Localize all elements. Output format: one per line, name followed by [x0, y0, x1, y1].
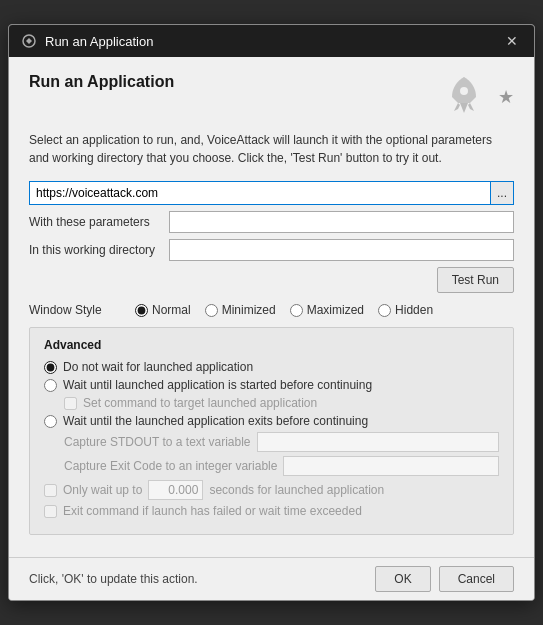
footer-bar: Click, 'OK' to update this action. OK Ca… [9, 557, 534, 600]
test-run-row: Test Run [29, 267, 514, 293]
browse-button[interactable]: ... [490, 181, 514, 205]
adv-radio-waitstart[interactable]: Wait until launched application is start… [44, 378, 499, 392]
dialog-content: Run an Application ★ Select an applicati… [9, 57, 534, 557]
only-wait-checkbox[interactable] [44, 484, 57, 497]
radio-waitstart[interactable] [44, 379, 57, 392]
svg-point-1 [460, 87, 468, 95]
capture-exitcode-row: Capture Exit Code to an integer variable [64, 456, 499, 476]
test-run-button[interactable]: Test Run [437, 267, 514, 293]
footer-buttons: OK Cancel [375, 566, 514, 592]
exit-command-checkbox[interactable] [44, 505, 57, 518]
working-dir-input[interactable] [169, 239, 514, 261]
title-bar-text: Run an Application [45, 34, 153, 49]
cancel-button[interactable]: Cancel [439, 566, 514, 592]
advanced-title: Advanced [44, 338, 499, 352]
params-label: With these parameters [29, 215, 169, 229]
window-style-radio-group: Normal Minimized Maximized Hidden [135, 303, 433, 317]
url-row: ... [29, 181, 514, 205]
params-input[interactable] [169, 211, 514, 233]
window-style-row: Window Style Normal Minimized Maximized … [29, 303, 514, 317]
header-icons: ★ [440, 73, 514, 121]
only-wait-row: Only wait up to seconds for launched app… [44, 480, 499, 500]
working-dir-label: In this working directory [29, 243, 169, 257]
params-row: With these parameters [29, 211, 514, 233]
title-bar-left: Run an Application [21, 33, 153, 49]
adv-radio-nowait[interactable]: Do not wait for launched application [44, 360, 499, 374]
url-input-wrap: ... [29, 181, 514, 205]
set-command-row: Set command to target launched applicati… [64, 396, 499, 410]
description-text: Select an application to run, and, Voice… [29, 131, 514, 167]
run-application-dialog: Run an Application ✕ Run an Application … [8, 24, 535, 601]
close-button[interactable]: ✕ [502, 31, 522, 51]
wait-seconds-input[interactable] [148, 480, 203, 500]
set-command-checkbox[interactable] [64, 397, 77, 410]
radio-nowait[interactable] [44, 361, 57, 374]
ok-button[interactable]: OK [375, 566, 430, 592]
capture-stdout-input[interactable] [257, 432, 499, 452]
header-row: Run an Application ★ [29, 73, 514, 121]
capture-stdout-row: Capture STDOUT to a text variable [64, 432, 499, 452]
working-dir-row: In this working directory [29, 239, 514, 261]
window-style-label: Window Style [29, 303, 119, 317]
footer-note: Click, 'OK' to update this action. [29, 572, 198, 586]
app-icon [21, 33, 37, 49]
capture-exitcode-input[interactable] [283, 456, 499, 476]
star-icon[interactable]: ★ [498, 86, 514, 108]
url-input[interactable] [29, 181, 490, 205]
title-bar: Run an Application ✕ [9, 25, 534, 57]
radio-waitexit[interactable] [44, 415, 57, 428]
radio-normal[interactable]: Normal [135, 303, 191, 317]
advanced-section: Advanced Do not wait for launched applic… [29, 327, 514, 535]
exit-command-row: Exit command if launch has failed or wai… [44, 504, 499, 518]
radio-minimized[interactable]: Minimized [205, 303, 276, 317]
dialog-title: Run an Application [29, 73, 174, 91]
rocket-icon [440, 73, 488, 121]
radio-hidden[interactable]: Hidden [378, 303, 433, 317]
radio-maximized[interactable]: Maximized [290, 303, 364, 317]
adv-radio-waitexit[interactable]: Wait until the launched application exit… [44, 414, 499, 428]
